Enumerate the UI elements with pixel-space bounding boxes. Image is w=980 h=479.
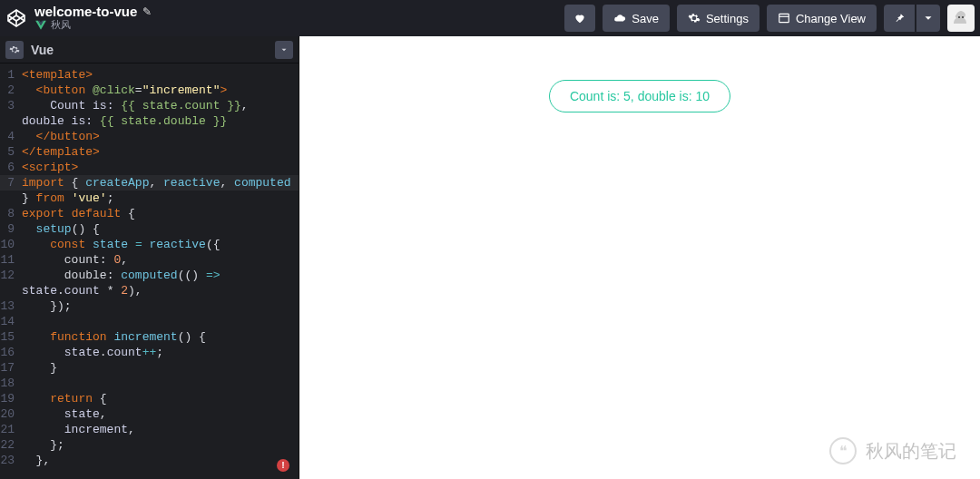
code-line[interactable]: state.count * 2), [0, 283, 299, 298]
line-number: 18 [0, 376, 22, 391]
code-content: } from 'vue'; [22, 191, 299, 206]
code-line[interactable]: 6<script> [0, 160, 299, 175]
code-line[interactable]: 9 setup() { [0, 221, 299, 237]
code-line[interactable]: 19 return { [0, 391, 299, 406]
line-number: 17 [0, 360, 22, 376]
gear-icon [9, 44, 20, 55]
topbar: welcome-to-vue ✎ 秋风 Save Settings [0, 0, 980, 36]
line-number [0, 283, 22, 298]
code-line[interactable]: 11 count: 0, [0, 252, 299, 268]
edit-title-icon[interactable]: ✎ [142, 6, 152, 18]
change-view-label: Change View [796, 12, 866, 25]
error-indicator-glyph: ! [280, 458, 286, 474]
pin-dropdown[interactable] [916, 5, 940, 32]
heart-icon [573, 12, 586, 24]
line-number: 20 [0, 406, 22, 422]
code-line[interactable]: } from 'vue'; [0, 191, 299, 206]
code-content: count: 0, [22, 252, 299, 268]
line-number: 15 [0, 329, 22, 345]
code-content: }, [22, 453, 299, 468]
like-button[interactable] [564, 5, 595, 32]
code-content: double: computed(() => [22, 268, 299, 283]
change-view-button[interactable]: Change View [767, 5, 877, 32]
code-line[interactable]: 15 function increment() { [0, 329, 299, 345]
code-line[interactable]: 17 } [0, 360, 299, 376]
code-content [22, 314, 299, 329]
code-content: <script> [22, 160, 299, 175]
line-number: 9 [0, 221, 22, 237]
code-editor[interactable]: 1<template>2 <button @click="increment">… [0, 64, 299, 479]
code-line[interactable]: 23 }, [0, 453, 299, 468]
line-number: 12 [0, 268, 22, 283]
code-line[interactable]: 16 state.count++; [0, 345, 299, 360]
code-line[interactable]: 10 const state = reactive({ [0, 237, 299, 252]
avatar-image [950, 7, 972, 29]
code-line[interactable]: 8export default { [0, 206, 299, 221]
topbar-right: Save Settings Change View [564, 5, 975, 32]
editor-expand-button[interactable] [275, 41, 293, 59]
line-number [0, 113, 22, 129]
code-content: Count is: {{ state.count }}, [22, 98, 299, 113]
code-line[interactable]: 14 [0, 314, 299, 329]
code-line[interactable]: 1<template> [0, 67, 299, 83]
pin-group [884, 5, 940, 32]
editor-column: Vue 1<template>2 <button @click="increme… [0, 36, 299, 479]
pin-icon [893, 12, 906, 24]
code-content: state.count++; [22, 345, 299, 360]
pin-button[interactable] [884, 5, 915, 32]
cloud-icon [613, 12, 626, 24]
code-content: <template> [22, 67, 299, 83]
code-content: </button> [22, 129, 299, 144]
code-line[interactable]: 22 }; [0, 437, 299, 453]
author-row[interactable]: 秋风 [34, 19, 152, 32]
save-button[interactable]: Save [603, 5, 670, 32]
line-number: 6 [0, 160, 22, 175]
line-number: 22 [0, 437, 22, 453]
line-number [0, 191, 22, 206]
chevron-down-icon [279, 45, 289, 54]
code-content: </template> [22, 144, 299, 160]
preview-count-label: Count is: 5, double is: 10 [570, 89, 710, 103]
code-line[interactable]: double is: {{ state.double }} [0, 113, 299, 129]
code-line[interactable]: 20 state, [0, 406, 299, 422]
code-line[interactable]: 7import { createApp, reactive, computed [0, 175, 299, 191]
code-line[interactable]: 3 Count is: {{ state.count }}, [0, 98, 299, 113]
layout-icon [778, 12, 790, 24]
code-content: export default { [22, 206, 299, 221]
pen-title[interactable]: welcome-to-vue [34, 5, 137, 19]
line-number: 3 [0, 98, 22, 113]
code-line[interactable]: 2 <button @click="increment"> [0, 83, 299, 98]
error-indicator[interactable]: ! [277, 459, 289, 472]
line-number: 19 [0, 391, 22, 406]
title-block: welcome-to-vue ✎ 秋风 [34, 5, 152, 32]
author-name: 秋风 [51, 20, 71, 31]
code-content: } [22, 360, 299, 376]
svg-rect-3 [779, 14, 789, 22]
preview-count-button[interactable]: Count is: 5, double is: 10 [549, 80, 730, 112]
editor-settings-button[interactable] [5, 41, 24, 59]
codepen-logo[interactable] [5, 7, 27, 29]
settings-button[interactable]: Settings [677, 5, 760, 32]
code-line[interactable]: 18 [0, 376, 299, 391]
code-content: }); [22, 298, 299, 314]
code-content: const state = reactive({ [22, 237, 299, 252]
code-line[interactable]: 21 increment, [0, 422, 299, 437]
preview-pane: Count is: 5, double is: 10 [299, 36, 980, 479]
line-number: 16 [0, 345, 22, 360]
code-line[interactable]: 4 </button> [0, 129, 299, 144]
svg-point-7 [962, 16, 964, 18]
code-content: return { [22, 391, 299, 406]
line-number: 21 [0, 422, 22, 437]
code-line[interactable]: 13 }); [0, 298, 299, 314]
editor-panel-title: Vue [31, 43, 54, 57]
code-line[interactable]: 12 double: computed(() => [0, 268, 299, 283]
code-content: double is: {{ state.double }} [22, 113, 299, 129]
save-label: Save [632, 12, 659, 25]
line-number: 8 [0, 206, 22, 221]
line-number: 13 [0, 298, 22, 314]
code-line[interactable]: 5</template> [0, 144, 299, 160]
chevron-down-icon [922, 12, 935, 24]
user-avatar[interactable] [947, 5, 975, 32]
code-content: import { createApp, reactive, computed [22, 175, 299, 191]
code-content: function increment() { [22, 329, 299, 345]
